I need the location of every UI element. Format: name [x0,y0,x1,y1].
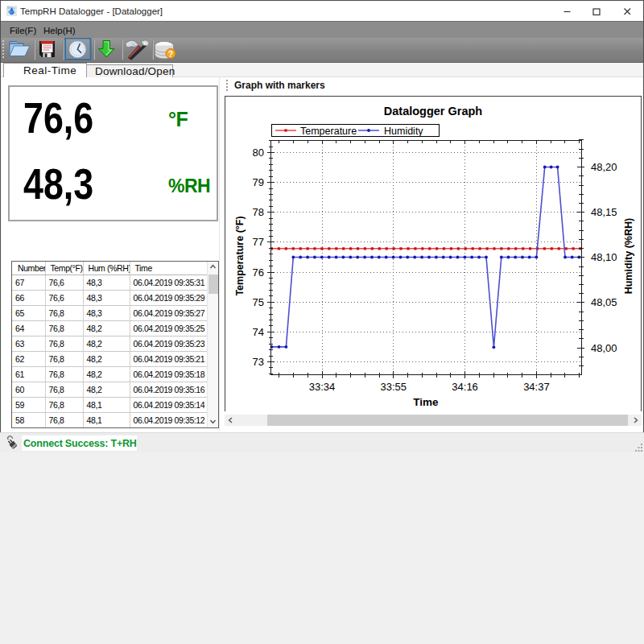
svg-text:48,15: 48,15 [591,206,617,218]
svg-text:34:16: 34:16 [452,381,478,393]
svg-text:74: 74 [253,326,264,338]
svg-text:48,10: 48,10 [591,251,617,263]
svg-text:73: 73 [253,356,264,368]
svg-text:48,00: 48,00 [591,342,617,354]
svg-text:Humidity (%RH): Humidity (%RH) [623,218,634,294]
svg-text:76: 76 [253,266,264,279]
svg-text:Time: Time [413,396,439,408]
svg-text:Datalogger Graph: Datalogger Graph [384,105,482,118]
svg-text:33:34: 33:34 [309,381,336,393]
svg-text:79: 79 [253,176,264,188]
svg-text:77: 77 [253,236,264,248]
svg-text:?: ? [168,49,173,59]
svg-text:78: 78 [253,206,264,218]
svg-text:80: 80 [253,147,264,159]
svg-text:48,05: 48,05 [591,296,617,308]
svg-text:34:37: 34:37 [523,381,550,393]
svg-text:Temperature: Temperature [300,126,357,137]
svg-text:Humidity: Humidity [384,126,423,137]
svg-text:33:55: 33:55 [381,381,407,393]
svg-text:Temperature (°F): Temperature (°F) [234,216,246,295]
svg-text:48,20: 48,20 [591,161,617,173]
svg-text:75: 75 [253,296,264,308]
